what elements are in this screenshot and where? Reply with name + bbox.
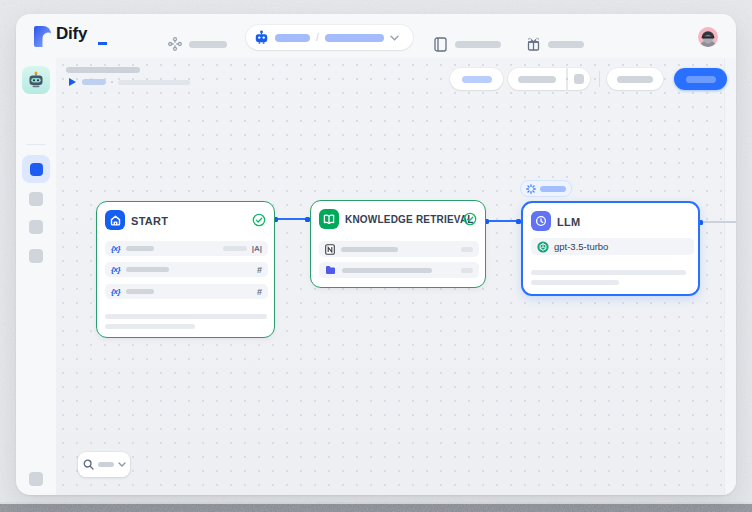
variable-type: #: [257, 287, 262, 297]
model-row: gpt-3.5-turbo: [531, 238, 694, 255]
placeholder-bar: [461, 247, 473, 252]
node-llm[interactable]: LLM gpt-3.5-turbo: [521, 201, 700, 296]
run-status-row: [68, 77, 190, 87]
placeholder-bar: [105, 314, 267, 319]
app-window: Dify /: [16, 14, 736, 495]
avatar-figure: [698, 27, 718, 47]
logo-text: Dify: [56, 24, 87, 44]
avatar[interactable]: [698, 27, 718, 47]
placeholder-bar: [518, 76, 556, 83]
app-breadcrumb-pill[interactable]: /: [246, 25, 413, 50]
docs-button[interactable]: [434, 37, 501, 52]
home-icon: [105, 210, 125, 230]
toolbar-features-button[interactable]: [450, 68, 503, 90]
dataset-row: [319, 241, 479, 257]
sidebar-item-bottom[interactable]: [29, 472, 43, 486]
gift-icon: [527, 37, 540, 51]
node-title: LLM: [557, 216, 581, 228]
placeholder-bar: [82, 79, 106, 85]
node-title: KNOWLEDGE RETRIEVAL: [345, 214, 474, 225]
placeholder-bar: [223, 246, 247, 251]
toolbar-run-history-button[interactable]: [508, 68, 566, 90]
sidebar-item[interactable]: [29, 249, 43, 263]
robot-icon: [254, 30, 269, 45]
variable-row: {x} |A|: [105, 241, 268, 256]
placeholder-bar: [531, 280, 619, 285]
breadcrumb-separator: /: [316, 32, 319, 43]
chevron-down-icon: [118, 462, 126, 467]
variable-icon: {x}: [111, 287, 120, 296]
active-item-glyph: [30, 163, 43, 176]
variable-icon: {x}: [111, 244, 120, 253]
placeholder-bar: [126, 267, 169, 272]
variable-type: #: [257, 265, 262, 275]
node-knowledge-retrieval[interactable]: KNOWLEDGE RETRIEVAL: [310, 200, 486, 288]
placeholder-bar: [126, 246, 154, 251]
placeholder-bar: [531, 270, 686, 275]
play-icon[interactable]: [68, 77, 77, 87]
placeholder-bar: [126, 289, 154, 294]
exchange-button[interactable]: [168, 37, 227, 51]
app-robot-icon: [26, 70, 46, 90]
placeholder-bar: [548, 41, 584, 48]
workflow-canvas[interactable]: START {x} |A| {x} # {: [56, 58, 724, 495]
whats-new-button[interactable]: [527, 37, 584, 51]
placeholder-bar: [462, 76, 492, 83]
placeholder-bar: [325, 34, 384, 42]
llm-icon: [531, 211, 551, 231]
check-circle-icon: [252, 213, 266, 227]
toolbar-preview-button[interactable]: [568, 68, 590, 90]
zoom-control[interactable]: [78, 452, 130, 477]
placeholder-bar: [105, 324, 195, 329]
variable-type: |A|: [252, 244, 262, 253]
node-running-badge: [520, 180, 572, 197]
app-icon[interactable]: [22, 66, 50, 94]
placeholder-bar: [686, 76, 716, 83]
placeholder-bar: [341, 247, 398, 252]
node-start[interactable]: START {x} |A| {x} # {: [96, 201, 275, 338]
screen: Dify /: [0, 0, 752, 512]
search-icon: [83, 459, 94, 470]
placeholder-square: [574, 74, 584, 84]
placeholder-bar: [189, 41, 227, 48]
variable-icon: {x}: [111, 265, 120, 274]
workflow-title-placeholder: [66, 67, 140, 73]
placeholder-bar: [275, 34, 310, 42]
node-title: START: [131, 215, 168, 227]
open-book-icon: [319, 209, 339, 229]
dot-separator: [111, 81, 113, 83]
notion-icon: [325, 244, 335, 255]
toolbar-divider: [599, 71, 600, 87]
dify-logo-icon: [34, 26, 51, 47]
placeholder-bar: [540, 186, 566, 192]
app-header: Dify /: [16, 14, 736, 58]
variable-row: {x} #: [105, 284, 268, 299]
variable-row: {x} #: [105, 262, 268, 277]
dataset-row: [319, 262, 479, 278]
zoom-level-placeholder: [98, 462, 114, 467]
sidebar-item[interactable]: [29, 192, 43, 206]
placeholder-bar: [455, 41, 501, 48]
placeholder-bar: [461, 268, 473, 273]
folder-icon: [325, 265, 336, 275]
right-panel-strip: [724, 58, 736, 495]
placeholder-bar: [617, 76, 653, 83]
exchange-icon: [168, 37, 182, 51]
sidebar-item-active[interactable]: [22, 155, 50, 183]
sidebar: [16, 58, 56, 495]
placeholder-bar: [342, 268, 432, 273]
sidebar-divider: [26, 144, 46, 145]
chevron-down-icon: [390, 35, 399, 41]
check-circle-icon: [463, 212, 477, 226]
placeholder-bar: [118, 80, 190, 85]
toolbar-publish-menu-button[interactable]: [607, 68, 663, 90]
model-name: gpt-3.5-turbo: [554, 241, 608, 252]
openai-icon: [537, 241, 549, 253]
sidebar-item[interactable]: [29, 220, 43, 234]
edge-llm-outgoing: [700, 221, 736, 223]
book-icon: [434, 37, 447, 52]
spinner-icon: [526, 184, 536, 194]
logo-underscore: [98, 42, 107, 45]
toolbar-publish-button[interactable]: [674, 68, 727, 90]
